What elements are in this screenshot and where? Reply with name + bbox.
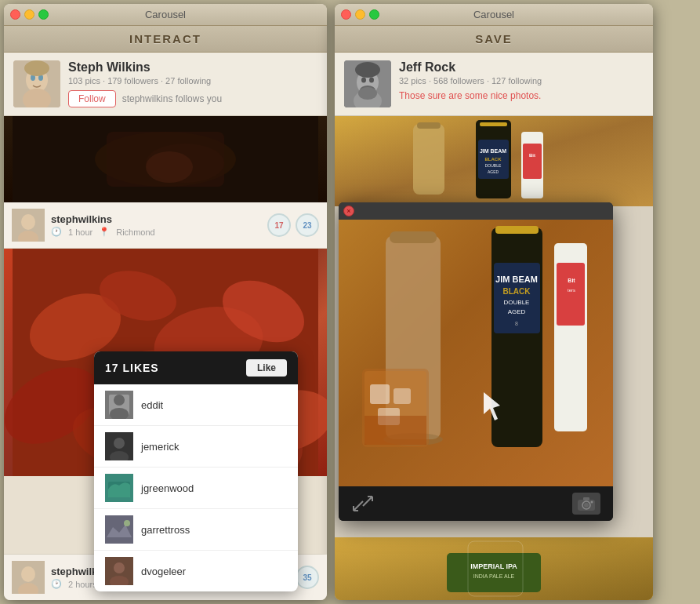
svg-rect-96 <box>583 497 589 500</box>
svg-text:Bit: Bit <box>568 278 575 283</box>
like-button[interactable]: Like <box>246 359 287 377</box>
svg-point-95 <box>584 503 589 508</box>
svg-text:AGED: AGED <box>488 169 499 174</box>
modal-close-icon: × <box>346 207 350 215</box>
left-window-title: Carousel <box>145 9 186 20</box>
likes-popup: 17 LIKES Like eddit <box>94 351 298 591</box>
post-1-comments-badge[interactable]: 23 <box>296 213 319 237</box>
svg-rect-62 <box>417 122 441 129</box>
svg-rect-33 <box>105 515 133 544</box>
right-window-title: Carousel <box>473 9 514 20</box>
post-1-meta: 🕐 1 hour 📍 Richmond <box>51 227 261 237</box>
likes-title: 17 LIKES <box>105 362 159 374</box>
svg-point-47 <box>358 87 377 100</box>
svg-rect-78 <box>390 231 437 243</box>
right-bottom-photo: IMPERIAL IPA INDIA PALE ALE <box>335 537 653 600</box>
svg-point-34 <box>124 520 130 526</box>
follow-button[interactable]: Follow <box>68 90 116 107</box>
likes-avatar-3 <box>105 474 133 502</box>
left-window-buttons <box>10 9 49 20</box>
post-1-avatar <box>12 209 45 242</box>
likes-username-2: jemerick <box>141 441 179 453</box>
svg-rect-85 <box>365 416 426 445</box>
likes-item-4[interactable]: garrettross <box>94 509 298 551</box>
post-2-clock-icon: 🕑 <box>51 579 62 589</box>
svg-point-12 <box>21 214 35 230</box>
post-2-comments-badge[interactable]: 35 <box>296 566 319 589</box>
likes-item-1[interactable]: eddit <box>94 384 298 426</box>
svg-rect-82 <box>370 384 390 404</box>
svg-text:AGED: AGED <box>508 308 526 315</box>
svg-text:JIM BEAM: JIM BEAM <box>495 275 538 284</box>
svg-point-44 <box>361 78 366 83</box>
right-subtitle-text: SAVE <box>475 32 513 45</box>
svg-rect-66 <box>495 226 539 234</box>
likes-item-5[interactable]: dvogeleer <box>94 551 298 591</box>
left-profile-stats: 103 pics · 179 followers · 27 following <box>68 76 317 86</box>
svg-rect-100 <box>447 553 541 592</box>
svg-text:DOUBLE: DOUBLE <box>485 163 502 168</box>
modal-titlebar: × <box>339 202 613 220</box>
svg-point-97 <box>591 501 593 504</box>
resize-icon[interactable] <box>351 494 375 513</box>
modal-toolbar <box>339 486 613 521</box>
close-button[interactable] <box>10 9 20 20</box>
image-modal: × <box>339 202 613 521</box>
svg-rect-61 <box>413 124 444 195</box>
post-1-badges: 17 23 <box>267 213 319 237</box>
left-top-photo <box>4 116 327 202</box>
right-top-photo: JIM BEAM BLACK DOUBLE AGED Bit <box>335 116 653 206</box>
maximize-button[interactable] <box>38 9 49 20</box>
svg-text:BLACK: BLACK <box>503 287 531 296</box>
svg-line-87 <box>354 501 363 511</box>
left-window: Carousel INTERACT Steph Wilkins 103 pics… <box>4 4 327 600</box>
left-profile-header: Steph Wilkins 103 pics · 179 followers ·… <box>4 53 327 116</box>
right-window: Carousel SAVE Jeff Rock 32 pics · 568 <box>335 4 653 600</box>
svg-point-48 <box>355 62 380 78</box>
post-2-comments-count: 35 <box>303 573 311 582</box>
likes-username-3: jgreenwood <box>141 482 194 494</box>
left-titlebar: Carousel <box>4 4 327 26</box>
svg-rect-74 <box>557 263 585 326</box>
likes-avatar-5 <box>105 557 133 585</box>
right-minimize-button[interactable] <box>355 9 365 20</box>
svg-point-29 <box>114 438 125 449</box>
right-profile-stats: 32 pics · 568 followers · 127 following <box>399 76 644 86</box>
left-profile-info: Steph Wilkins 103 pics · 179 followers ·… <box>68 60 317 107</box>
svg-point-39 <box>21 566 35 582</box>
right-maximize-button[interactable] <box>369 9 379 20</box>
svg-point-45 <box>369 78 374 83</box>
post-1-pin-icon: 📍 <box>99 227 110 237</box>
likes-avatar-4 <box>105 515 133 544</box>
post-1-likes-badge[interactable]: 17 <box>267 213 291 237</box>
likes-avatar-2 <box>105 432 133 460</box>
svg-rect-65 <box>491 227 542 447</box>
right-profile-avatar <box>344 60 391 107</box>
right-profile-header: Jeff Rock 32 pics · 568 followers · 127 … <box>335 53 653 116</box>
post-1-likes-count: 17 <box>274 221 283 230</box>
post-1-comments-count: 23 <box>303 221 311 230</box>
svg-rect-83 <box>394 388 411 404</box>
likes-item-2[interactable]: jemerick <box>94 426 298 468</box>
post-2-avatar <box>12 561 45 594</box>
post-item-1: stephwilkins 🕐 1 hour 📍 Richmond 17 23 <box>4 202 327 249</box>
minimize-button[interactable] <box>24 9 34 20</box>
likes-list: eddit jemerick <box>94 384 298 591</box>
left-content-area: stephwilkins 🕐 1 hour 📍 Richmond 17 23 <box>4 116 327 600</box>
svg-text:IMPERIAL IPA: IMPERIAL IPA <box>470 562 517 570</box>
svg-text:BLACK: BLACK <box>485 157 502 162</box>
likes-item-3[interactable]: jgreenwood <box>94 468 298 509</box>
modal-close-button[interactable]: × <box>343 206 354 216</box>
modal-image-area: JIM BEAM BLACK DOUBLE AGED 8 Bit ters <box>339 220 613 486</box>
right-close-button[interactable] <box>341 9 351 20</box>
right-profile-comment: Those sure are some nice photos. <box>399 90 644 101</box>
left-profile-actions: Follow stephwilkins follows you <box>68 90 317 107</box>
svg-text:JIM BEAM: JIM BEAM <box>480 148 506 154</box>
svg-rect-59 <box>523 144 542 179</box>
svg-point-26 <box>114 395 125 406</box>
svg-text:Bit: Bit <box>529 153 535 158</box>
svg-point-10 <box>146 151 193 183</box>
likes-username-5: dvogeleer <box>141 566 186 577</box>
svg-rect-52 <box>480 122 507 126</box>
camera-icon-container[interactable] <box>572 493 600 515</box>
